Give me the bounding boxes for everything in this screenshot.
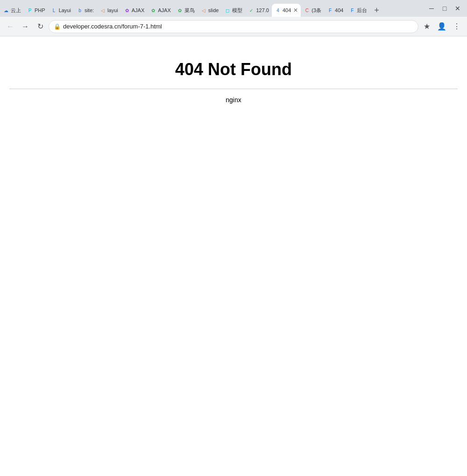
close-button[interactable]: ✕: [453, 4, 462, 13]
tab-12-label: 404: [283, 7, 291, 13]
browser-window: ☁ 云上 P PHP L Layui b site: ◁ layui: [0, 0, 467, 476]
tab-8-favicon: ✿: [177, 7, 183, 14]
tab-9-label: slide: [208, 7, 219, 13]
tab-4-favicon: b: [77, 7, 83, 14]
bookmark-star-button[interactable]: ★: [420, 20, 433, 33]
tab-3-favicon: L: [51, 7, 57, 14]
tab-14[interactable]: F 404: [324, 4, 346, 17]
server-label: nginx: [226, 96, 241, 104]
tab-9-favicon: ◁: [200, 7, 207, 14]
tab-2[interactable]: P PHP: [24, 4, 48, 17]
tab-7-label: AJAX: [158, 7, 171, 13]
tab-10-label: 模型: [232, 7, 242, 14]
tab-7-favicon: ✿: [150, 7, 156, 14]
tab-4[interactable]: b site:: [74, 4, 97, 17]
tab-1[interactable]: ☁ 云上: [0, 4, 24, 17]
tab-2-favicon: P: [27, 7, 33, 14]
page-content: 404 Not Found nginx: [0, 36, 467, 476]
tab-15-favicon: F: [349, 7, 355, 14]
address-bar[interactable]: 🔒 developer.codesra.cn/forum-7-1.html: [49, 20, 418, 33]
tab-5-favicon: ◁: [99, 7, 106, 14]
tab-13-label: (3条: [311, 7, 321, 14]
tab-5-label: layui: [107, 7, 118, 13]
minimize-button[interactable]: ─: [427, 4, 436, 13]
profile-button[interactable]: 👤: [435, 20, 448, 33]
new-tab-button[interactable]: +: [370, 4, 383, 17]
tab-3-label: Layui: [59, 7, 71, 13]
error-container: 404 Not Found nginx: [0, 36, 467, 113]
tab-9[interactable]: ◁ slide: [198, 4, 222, 17]
tab-11-label: 127.0: [256, 7, 269, 13]
tab-4-label: site:: [85, 7, 94, 13]
tab-7[interactable]: ✿ AJAX: [147, 4, 174, 17]
tab-10[interactable]: ◻ 模型: [221, 4, 245, 17]
tab-15-label: 后台: [357, 7, 367, 14]
tab-1-favicon: ☁: [3, 7, 9, 14]
security-icon: 🔒: [54, 23, 61, 30]
tab-13[interactable]: C (3条: [301, 4, 324, 17]
tab-8-label: 菜鸟: [184, 7, 195, 14]
tab-14-label: 404: [335, 7, 343, 13]
forward-button[interactable]: →: [19, 20, 32, 33]
reload-button[interactable]: ↻: [34, 20, 47, 33]
tab-6-label: AJAX: [132, 7, 145, 13]
error-title: 404 Not Found: [175, 60, 292, 79]
tab-2-label: PHP: [35, 7, 45, 13]
window-controls: ─ □ ✕: [422, 0, 467, 17]
tab-13-favicon: C: [304, 7, 310, 14]
tab-10-favicon: ◻: [224, 7, 231, 14]
tab-12-favicon: 4: [275, 7, 281, 14]
menu-button[interactable]: ⋮: [450, 20, 463, 33]
tab-15[interactable]: F 后台: [346, 4, 370, 17]
error-divider: [9, 89, 458, 89]
tab-14-favicon: F: [327, 7, 333, 14]
toolbar: ← → ↻ 🔒 developer.codesra.cn/forum-7-1.h…: [0, 17, 467, 36]
tab-6-favicon: ✿: [124, 7, 130, 14]
tab-strip: ☁ 云上 P PHP L Layui b site: ◁ layui: [0, 0, 422, 17]
tab-11[interactable]: ✓ 127.0: [245, 4, 272, 17]
toolbar-right: ★ 👤 ⋮: [420, 20, 463, 33]
tab-6[interactable]: ✿ AJAX: [121, 4, 148, 17]
maximize-button[interactable]: □: [440, 4, 449, 13]
tab-1-label: 云上: [11, 7, 21, 14]
tab-8[interactable]: ✿ 菜鸟: [174, 4, 198, 17]
tab-5[interactable]: ◁ layui: [97, 4, 121, 17]
title-bar: ☁ 云上 P PHP L Layui b site: ◁ layui: [0, 0, 467, 17]
url-display: developer.codesra.cn/forum-7-1.html: [63, 23, 162, 30]
tab-12-close[interactable]: ✕: [293, 7, 298, 14]
tab-3[interactable]: L Layui: [48, 4, 74, 17]
back-button[interactable]: ←: [4, 20, 17, 33]
tab-11-favicon: ✓: [248, 7, 255, 14]
tab-12[interactable]: 4 404 ✕: [272, 4, 301, 17]
